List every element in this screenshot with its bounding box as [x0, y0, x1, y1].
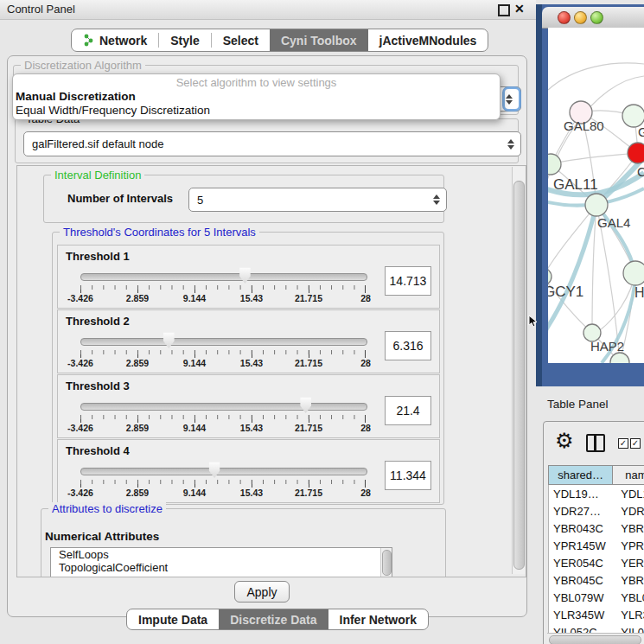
dropdown-option-manual-discretization[interactable]: Manual Discretization: [13, 90, 500, 104]
node-attribute-table: shared… name YDL19…YDL1 YDR27…YDR2 YBR04…: [548, 465, 644, 634]
slider-thumb[interactable]: [208, 462, 221, 478]
tab-jactivemnodules[interactable]: jActiveMNodules: [368, 29, 488, 51]
dropdown-hint-item: Select algorithm to view settings: [13, 76, 500, 90]
tab-style[interactable]: Style: [159, 29, 210, 51]
number-of-intervals-combobox[interactable]: 5: [188, 188, 447, 212]
threshold-value-field[interactable]: 11.344: [385, 461, 431, 490]
arrow-up-icon: [433, 194, 440, 199]
table-cell[interactable]: YBR043C: [549, 522, 613, 535]
table-cell[interactable]: YER0: [613, 557, 644, 570]
float-window-icon[interactable]: [498, 4, 510, 16]
threshold-value-field[interactable]: 14.713: [385, 266, 431, 296]
combo-value: 5: [197, 194, 203, 207]
table-cell[interactable]: YPR145W: [549, 539, 613, 552]
slider-track[interactable]: [80, 338, 367, 346]
column-header-name[interactable]: name: [613, 466, 644, 484]
table-cell[interactable]: YDR2: [613, 505, 644, 518]
table-row[interactable]: YPR145WYPR1: [549, 537, 644, 554]
network-node-gal4[interactable]: [585, 194, 608, 216]
list-scrollbar[interactable]: [380, 548, 392, 577]
tab-infer-network[interactable]: Infer Network: [328, 609, 428, 629]
arrow-down-icon: [433, 201, 440, 205]
table-cell[interactable]: YDR27…: [549, 505, 613, 518]
network-canvas[interactable]: GAL80 G C GAL11 GAL4 GCY1 H HAP2: [548, 28, 644, 363]
tab-cyni-toolbox[interactable]: Cyni Toolbox: [270, 29, 368, 51]
column-header-shared-name[interactable]: shared…: [549, 466, 613, 484]
node-label-hap2: HAP2: [590, 339, 624, 354]
table-cell[interactable]: YLR3: [613, 609, 644, 622]
table-cell[interactable]: YBR0: [613, 574, 644, 587]
table-row[interactable]: YBR045CYBR0: [549, 571, 644, 589]
column-layout-icon[interactable]: [586, 434, 605, 452]
table-row[interactable]: YDR27…YDR2: [549, 502, 644, 520]
table-horizontal-scrollbar[interactable]: [547, 633, 644, 644]
network-node[interactable]: [623, 261, 644, 285]
table-row[interactable]: YLR345WYLR3: [549, 606, 644, 623]
list-item[interactable]: TopologicalCoefficient: [51, 561, 392, 574]
slider-track[interactable]: [80, 403, 367, 411]
table-cell[interactable]: YER054C: [549, 557, 613, 570]
zoom-traffic-light[interactable]: [590, 11, 603, 24]
scrollbar-thumb[interactable]: [549, 635, 641, 644]
checkbox-icon[interactable]: ✓: [630, 438, 641, 449]
table-cell[interactable]: YBR0: [613, 522, 644, 535]
tab-discretize-data[interactable]: Discretize Data: [219, 609, 328, 629]
group-title: Discretization Algorithm: [21, 59, 145, 72]
slider-track[interactable]: [80, 273, 367, 281]
network-view-window: GAL80 G C GAL11 GAL4 GCY1 H HAP2: [536, 4, 644, 386]
close-traffic-light[interactable]: [558, 11, 571, 24]
tick-label: 21.715: [295, 358, 322, 368]
table-row[interactable]: YER054CYER0: [549, 554, 644, 571]
minimize-traffic-light[interactable]: [574, 11, 587, 24]
threshold-slider[interactable]: -3.426 2.859 9.144 15.43 21.715 28: [80, 245, 366, 308]
algorithm-dropdown-popup: Select algorithm to view settings Manual…: [12, 73, 501, 120]
tick-label: 21.715: [295, 488, 322, 498]
scrollbar-thumb[interactable]: [382, 550, 392, 576]
settings-scrollbar[interactable]: [512, 167, 525, 574]
combo-stepper[interactable]: [507, 139, 514, 150]
interval-definition-group: Interval Definition Number of Intervals …: [43, 175, 444, 223]
threshold-value-field[interactable]: 6.316: [385, 331, 431, 360]
tab-label: Cyni Toolbox: [281, 34, 357, 48]
tick-label: 9.144: [183, 358, 206, 368]
tab-select[interactable]: Select: [212, 29, 270, 51]
gear-icon[interactable]: ⚙: [555, 430, 574, 451]
group-title: Attributes to discretize: [48, 502, 166, 515]
scrollbar-thumb[interactable]: [513, 181, 525, 570]
threshold-slider[interactable]: -3.426 2.859 9.144 15.43 21.715 28: [80, 440, 366, 502]
network-node-selected[interactable]: [628, 143, 644, 163]
table-cell[interactable]: YDL1: [613, 488, 644, 501]
table-cell[interactable]: YLR345W: [549, 609, 613, 622]
close-icon[interactable]: ✕: [514, 2, 525, 16]
tab-label: Discretize Data: [230, 613, 316, 627]
table-cell[interactable]: YBL079W: [549, 591, 613, 604]
threshold-slider[interactable]: -3.426 2.859 9.144 15.43 21.715 28: [80, 310, 366, 373]
threshold-slider[interactable]: -3.426 2.859 9.144 15.43 21.715 28: [80, 375, 366, 437]
slider-thumb[interactable]: [299, 397, 312, 413]
list-item[interactable]: BetweennessCentrality: [51, 574, 392, 577]
combo-stepper[interactable]: [433, 194, 440, 205]
apply-button[interactable]: Apply: [234, 581, 290, 603]
table-cell[interactable]: YBR045C: [549, 574, 613, 587]
table-cell[interactable]: YDL19…: [549, 488, 613, 501]
dropdown-option-equal-width-frequency[interactable]: Equal Width/Frequency Discretization: [13, 104, 500, 118]
threshold-value-field[interactable]: 21.4: [385, 396, 431, 425]
table-row[interactable]: YDL19…YDL1: [549, 485, 644, 502]
list-item[interactable]: SelfLoops: [51, 548, 392, 561]
slider-thumb[interactable]: [239, 267, 252, 284]
table-cell[interactable]: YPR1: [613, 539, 644, 552]
mouse-cursor: [528, 315, 538, 328]
table-row[interactable]: YBL079WYBL0: [549, 589, 644, 606]
table-row[interactable]: YBR043CYBR0: [549, 520, 644, 537]
network-node-gcy1[interactable]: [548, 268, 552, 285]
checkbox-icon[interactable]: ✓: [618, 438, 628, 449]
combo-stepper[interactable]: [505, 89, 519, 109]
slider-track[interactable]: [80, 468, 367, 475]
tick-label: 2.859: [126, 488, 149, 498]
tab-network[interactable]: Network: [72, 29, 158, 51]
table-cell[interactable]: YBL0: [613, 591, 644, 604]
tick-label: 28: [360, 293, 371, 303]
slider-thumb[interactable]: [163, 332, 175, 348]
table-data-combobox[interactable]: galFiltered.sif default node: [23, 131, 521, 156]
tab-impute-data[interactable]: Impute Data: [127, 609, 219, 629]
